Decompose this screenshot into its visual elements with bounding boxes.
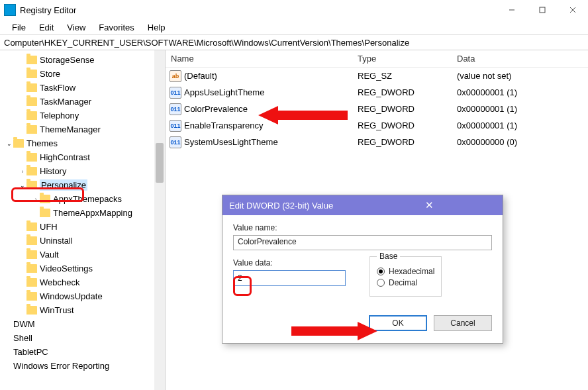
value-type: REG_DWORD [358,121,457,130]
address-bar[interactable]: Computer\HKEY_CURRENT_USER\SOFTWARE\Micr… [0,34,588,50]
chevron-icon[interactable]: › [32,196,40,203]
tree-label: StorageSense [40,55,94,65]
tree-item[interactable]: TaskManager [0,95,165,109]
tree-label: Webcheck [40,277,79,287]
ok-button[interactable]: OK [369,315,427,331]
tree-item[interactable]: UFH [0,220,165,234]
tree-item[interactable]: VideoSettings [0,262,165,275]
window-controls [497,0,588,20]
tree-item[interactable]: Store [0,67,165,81]
folder-icon [26,153,37,162]
folder-icon [26,167,37,175]
chevron-icon[interactable]: ⌄ [5,140,13,147]
tree-item[interactable]: ThemeManager [0,122,165,136]
tree-item[interactable]: ⌄Personalize [0,178,165,192]
value-data: 0x00000001 (1) [457,87,588,97]
dword-value-icon: 011 [170,136,181,148]
value-type: REG_SZ [358,71,457,81]
list-row[interactable]: 011SystemUsesLightThemeREG_DWORD0x000000… [166,134,588,150]
tree-item[interactable]: ›AppxThemepacks [0,192,165,206]
menu-view[interactable]: View [60,21,92,34]
tree-label: Vault [40,250,59,260]
col-header-type[interactable]: Type [358,54,457,64]
tree-item[interactable]: Windows Error Reporting [0,359,165,373]
tree-item[interactable]: WinTrust [0,303,165,317]
close-button[interactable] [558,0,588,20]
menu-help[interactable]: Help [141,21,172,34]
tree-pane[interactable]: StorageSenseStoreTaskFlowTaskManagerTele… [0,50,166,390]
tree-item[interactable]: Shell [0,331,165,345]
col-header-name[interactable]: Name [166,54,358,64]
maximize-button[interactable] [527,0,558,20]
value-name: ColorPrevalence [184,104,248,114]
list-row[interactable]: 011EnableTransparencyREG_DWORD0x00000001… [166,117,588,134]
tree-label: Shell [13,333,32,343]
tree-item[interactable]: Telephony [0,109,165,122]
tree-item[interactable]: ThemeAppxMapping [0,206,165,220]
folder-icon [26,236,37,245]
folder-icon [26,306,37,315]
menubar: File Edit View Favorites Help [0,20,588,34]
tree-item[interactable]: DWM [0,317,165,331]
tree-item[interactable]: Uninstall [0,234,165,248]
menu-edit[interactable]: Edit [32,21,60,34]
tree-item[interactable]: Webcheck [0,275,165,289]
tree-label: Uninstall [40,236,73,246]
col-header-data[interactable]: Data [457,54,588,64]
base-group: Base Hexadecimal Decimal [369,252,442,297]
radio-hex-label: Hexadecimal [389,267,434,276]
tree-label: Themes [26,138,58,148]
scrollbar-thumb[interactable] [156,143,164,183]
tree-label: UFH [40,222,58,232]
tree-item[interactable]: ⌄Themes [0,136,165,150]
radio-hex[interactable]: Hexadecimal [377,267,434,276]
value-type: REG_DWORD [358,137,457,147]
dialog-close-icon[interactable]: ✕ [363,199,497,211]
value-name: (Default) [184,71,217,81]
tree-item[interactable]: Vault [0,248,165,262]
folder-icon [26,97,37,106]
dialog-title: Edit DWORD (32-bit) Value [229,201,363,211]
tree-item[interactable]: TabletPC [0,345,165,359]
cancel-button[interactable]: Cancel [434,315,492,331]
value-data: 0x00000000 (0) [457,137,588,147]
tree-item[interactable]: WindowsUpdate [0,289,165,303]
folder-icon [26,83,37,92]
value-data: 0x00000001 (1) [457,121,588,130]
window-title: Registry Editor [20,5,497,15]
radio-dec[interactable]: Decimal [377,278,434,287]
base-legend: Base [377,252,400,261]
value-name-label: Value name: [233,223,492,232]
value-data-input[interactable] [233,270,346,286]
tree-label: DWM [13,319,35,329]
tree-item[interactable]: HighContrast [0,150,165,164]
tree-label: ThemeAppxMapping [53,208,132,218]
minimize-button[interactable] [497,0,527,20]
address-text: Computer\HKEY_CURRENT_USER\SOFTWARE\Micr… [4,38,409,48]
edit-dword-dialog: Edit DWORD (32-bit) Value ✕ Value name: … [222,195,503,344]
folder-icon [26,292,37,301]
chevron-icon[interactable]: ⌄ [19,182,26,189]
folder-icon [40,209,50,217]
list-row[interactable]: 011AppsUseLightThemeREG_DWORD0x00000001 … [166,84,588,101]
tree-item[interactable]: StorageSense [0,53,165,67]
folder-icon [26,250,37,259]
tree-item[interactable]: ›History [0,164,165,178]
value-name: AppsUseLightTheme [184,87,264,97]
dword-value-icon: 011 [170,87,181,99]
folder-icon [26,278,37,287]
menu-favorites[interactable]: Favorites [92,21,140,34]
value-name-field[interactable]: ColorPrevalence [233,235,492,250]
list-row[interactable]: ab(Default)REG_SZ(value not set) [166,68,588,84]
dialog-titlebar[interactable]: Edit DWORD (32-bit) Value ✕ [222,195,503,215]
tree-label: TaskFlow [40,83,75,93]
list-row[interactable]: 011ColorPrevalenceREG_DWORD0x00000001 (1… [166,101,588,117]
chevron-icon[interactable]: › [19,168,26,175]
dword-value-icon: 011 [170,120,181,132]
menu-file[interactable]: File [5,21,32,34]
tree-label: Store [40,69,60,79]
value-data: 0x00000001 (1) [457,104,588,114]
tree-scrollbar[interactable] [154,50,165,390]
tree-item[interactable]: TaskFlow [0,81,165,95]
list-header: Name Type Data [166,50,588,68]
